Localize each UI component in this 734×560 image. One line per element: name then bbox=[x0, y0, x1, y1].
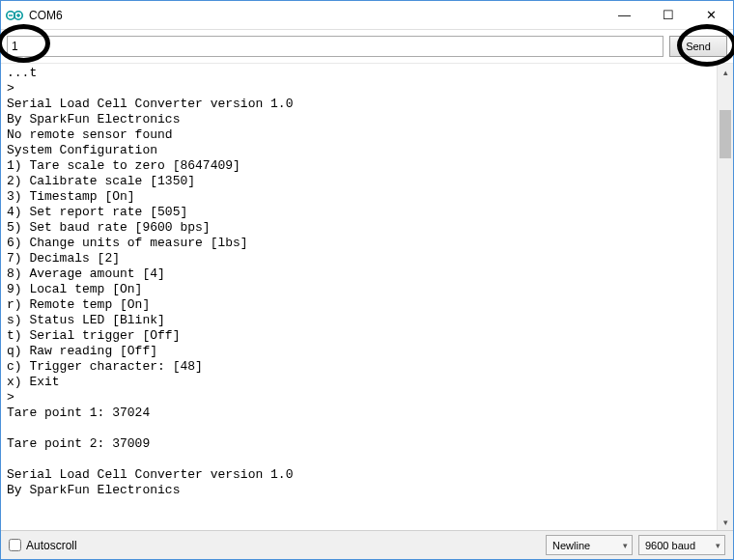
baud-select[interactable]: 9600 baud ▾ bbox=[638, 535, 725, 555]
chevron-down-icon: ▾ bbox=[716, 541, 720, 550]
send-button[interactable]: Send bbox=[669, 36, 727, 57]
titlebar: COM6 — ☐ ✕ bbox=[1, 1, 733, 30]
line-ending-value: Newline bbox=[552, 540, 590, 551]
autoscroll-option[interactable]: Autoscroll bbox=[9, 539, 77, 552]
chevron-down-icon: ▾ bbox=[623, 541, 628, 550]
scroll-up-icon[interactable]: ▴ bbox=[718, 64, 733, 80]
baud-value: 9600 baud bbox=[645, 540, 695, 551]
send-row: Send bbox=[1, 30, 733, 64]
window-title: COM6 bbox=[29, 9, 63, 22]
bottom-bar: Autoscroll Newline ▾ 9600 baud ▾ bbox=[1, 530, 733, 559]
console-area: ...t > Serial Load Cell Converter versio… bbox=[1, 64, 733, 530]
line-ending-select[interactable]: Newline ▾ bbox=[546, 535, 633, 555]
minimize-button[interactable]: — bbox=[603, 1, 646, 29]
autoscroll-checkbox[interactable] bbox=[9, 539, 21, 551]
scroll-down-icon[interactable]: ▾ bbox=[718, 514, 733, 530]
arduino-icon bbox=[6, 7, 23, 24]
window-controls: — ☐ ✕ bbox=[603, 1, 733, 29]
serial-input[interactable] bbox=[7, 36, 663, 57]
maximize-button[interactable]: ☐ bbox=[646, 1, 690, 29]
window-frame: COM6 — ☐ ✕ Send ...t > Serial Load Cell … bbox=[0, 0, 734, 560]
close-button[interactable]: ✕ bbox=[690, 1, 733, 29]
scroll-thumb[interactable] bbox=[720, 110, 731, 158]
console-output: ...t > Serial Load Cell Converter versio… bbox=[1, 64, 717, 530]
vertical-scrollbar[interactable]: ▴ ▾ bbox=[717, 64, 733, 530]
autoscroll-label: Autoscroll bbox=[26, 539, 77, 552]
